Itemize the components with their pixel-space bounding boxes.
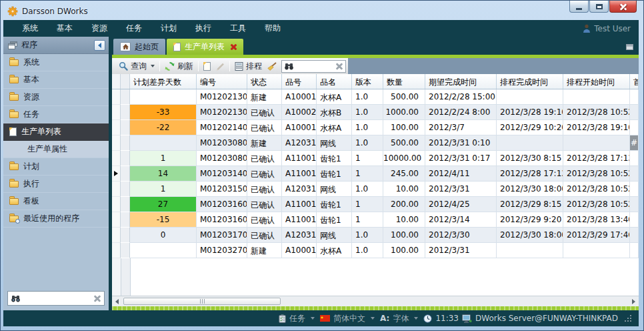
sidebar-item-4[interactable]: 任务 <box>3 106 109 123</box>
row-selector[interactable] <box>112 228 121 243</box>
language-status-item[interactable]: 简体中文 <box>320 313 377 324</box>
cell-due[interactable]: 2012/3/7 <box>425 120 497 135</box>
cell-status[interactable]: 新建 <box>247 89 282 105</box>
cell-version[interactable]: 1.0 <box>352 243 383 258</box>
menu-item-2[interactable]: 基本 <box>47 20 82 37</box>
cell-status[interactable]: 已确认 <box>247 105 282 120</box>
scroll-right-button[interactable] <box>629 299 639 304</box>
cell-sched_end[interactable]: 2012/3/29 10:20 <box>497 120 563 135</box>
cell-diff[interactable]: 14 <box>130 166 197 182</box>
column-header-9[interactable]: 排程完成时间 <box>497 74 563 89</box>
cell-sched_end[interactable]: 2012/3/30 18:00 <box>497 182 563 197</box>
minimize-button[interactable] <box>569 1 589 13</box>
cell-status[interactable]: 新建 <box>247 243 282 258</box>
cell-sched_start[interactable] <box>563 243 630 258</box>
cell-version[interactable]: 1.0 <box>352 89 383 105</box>
tab-start-page[interactable]: 起始页 <box>113 39 165 55</box>
cell-diff[interactable]: 27 <box>130 197 197 212</box>
cell-sched_end[interactable]: 2012/3/29 8:15 <box>497 197 563 212</box>
menu-item-5[interactable]: 计划 <box>151 20 186 37</box>
row-selector[interactable] <box>112 151 121 166</box>
tasks-status-item[interactable]: 任务 <box>279 313 317 324</box>
cell-sched_end[interactable]: 2012/3/30 18:00 <box>497 228 563 243</box>
cell-sched_start[interactable]: 2012/3/29 17:46 <box>563 228 630 243</box>
cell-qty[interactable]: 100.00 <box>383 120 425 135</box>
sidebar-item-8[interactable]: 执行 <box>3 176 109 193</box>
cell-item_no[interactable]: A10002 <box>282 105 317 120</box>
cell-status[interactable]: 已确认 <box>247 166 282 182</box>
cell-extra[interactable] <box>630 197 639 212</box>
cell-item_name[interactable]: 水杯A <box>317 120 352 135</box>
cell-version[interactable]: 1.0 <box>352 228 383 243</box>
scrollbar-thumb[interactable] <box>123 298 281 305</box>
cell-due[interactable]: 2012/3/31 <box>425 182 497 197</box>
table-row[interactable]: -33M012021302已确认A10002水杯B1.01000.002012/… <box>112 105 639 120</box>
cell-extra[interactable]: # <box>630 135 639 151</box>
cell-item_no[interactable]: A10001 <box>282 243 317 258</box>
cell-due[interactable]: 2012/3/31 0:10 <box>425 135 497 151</box>
cell-qty[interactable]: 100.00 <box>383 243 425 258</box>
cell-item_no[interactable]: A10001 <box>282 120 317 135</box>
cell-sched_end[interactable]: 2012/3/29 9:20 <box>497 212 563 228</box>
cell-extra[interactable] <box>630 212 639 228</box>
menu-item-4[interactable]: 任务 <box>117 20 151 37</box>
scroll-left-button[interactable] <box>112 299 122 304</box>
table-row[interactable]: 14M012031402已确认A11001齿轮11245.002012/4/11… <box>112 166 639 182</box>
cell-diff[interactable] <box>130 135 197 151</box>
time-status-item[interactable]: 11:33 <box>423 314 459 323</box>
column-header-11[interactable]: 首 <box>630 74 639 89</box>
cell-item_name[interactable]: 网线 <box>317 228 352 243</box>
cell-item_no[interactable]: A11001 <box>282 197 317 212</box>
cell-sched_start[interactable] <box>563 89 630 105</box>
cell-due[interactable]: 2012/3/31 0:17 <box>425 151 497 166</box>
cell-status[interactable]: 已确认 <box>247 151 282 166</box>
schedule-button[interactable]: 排程 <box>232 59 265 73</box>
menu-item-7[interactable]: 工具 <box>221 20 255 37</box>
font-status-item[interactable]: A: 字体 <box>380 313 420 324</box>
query-button[interactable]: 查询 <box>116 59 157 73</box>
column-header-8[interactable]: 期望完成时间 <box>425 74 497 89</box>
cell-item_no[interactable]: A12031 <box>282 228 317 243</box>
tab-production-order-list[interactable]: 生产单列表 <box>167 39 243 55</box>
cell-status[interactable]: 已确认 <box>247 182 282 197</box>
cell-status[interactable]: 已确认 <box>247 228 282 243</box>
column-header-2[interactable]: 编号 <box>197 74 247 89</box>
cell-due[interactable]: 2012/3/14 <box>425 212 497 228</box>
cell-extra[interactable] <box>630 228 639 243</box>
tab-close-icon[interactable] <box>231 44 237 50</box>
cell-due[interactable]: 2012/4/11 <box>425 166 497 182</box>
menu-item-8[interactable]: 帮助 <box>255 20 290 37</box>
cell-item_name[interactable]: 网线 <box>317 135 352 151</box>
cell-version[interactable]: 1.0 <box>352 182 383 197</box>
cell-item_name[interactable]: 齿轮1 <box>317 166 352 182</box>
cell-qty[interactable]: 1000.00 <box>383 105 425 120</box>
sidebar-item-6[interactable]: 生产单属性 <box>3 141 109 158</box>
cell-version[interactable]: 1.0 <box>352 135 383 151</box>
cell-code[interactable]: M012031402 <box>197 166 247 182</box>
refresh-button[interactable]: 刷新 <box>162 59 196 73</box>
resize-grip[interactable] <box>625 315 632 322</box>
sidebar-item-3[interactable]: 资源 <box>3 89 109 106</box>
cell-extra[interactable] <box>630 89 639 105</box>
toolbar-search-input[interactable] <box>281 60 346 73</box>
table-row[interactable]: M012030801新建A12031网线1.0500.002012/3/31 0… <box>112 135 639 151</box>
cell-item_no[interactable]: A12031 <box>282 182 317 197</box>
cell-item_name[interactable]: 齿轮1 <box>317 197 352 212</box>
cell-version[interactable]: 1.0 <box>352 105 383 120</box>
cell-version[interactable]: 1.0 <box>352 120 383 135</box>
cell-qty[interactable]: 200.00 <box>383 197 425 212</box>
cell-due[interactable]: 2012/3/30 <box>425 228 497 243</box>
cell-item_name[interactable]: 齿轮1 <box>317 212 352 228</box>
cell-diff[interactable]: -22 <box>130 120 197 135</box>
row-selector[interactable] <box>112 212 121 228</box>
cell-sched_start[interactable]: 2012/3/28 17:13 <box>563 151 630 166</box>
cell-status[interactable]: 已确认 <box>247 120 282 135</box>
row-selector[interactable] <box>112 197 121 212</box>
cell-diff[interactable]: 0 <box>130 228 197 243</box>
cell-item_no[interactable]: A11001 <box>282 151 317 166</box>
cell-item_name[interactable]: 水杯A <box>317 243 352 258</box>
cell-status[interactable]: 已确认 <box>247 197 282 212</box>
table-row[interactable]: 1M012031501已确认A12031网线1.010.002012/3/312… <box>112 182 639 197</box>
cell-code[interactable]: M012031701 <box>197 228 247 243</box>
cell-sched_end[interactable]: 2012/3/30 8:15 <box>497 151 563 166</box>
